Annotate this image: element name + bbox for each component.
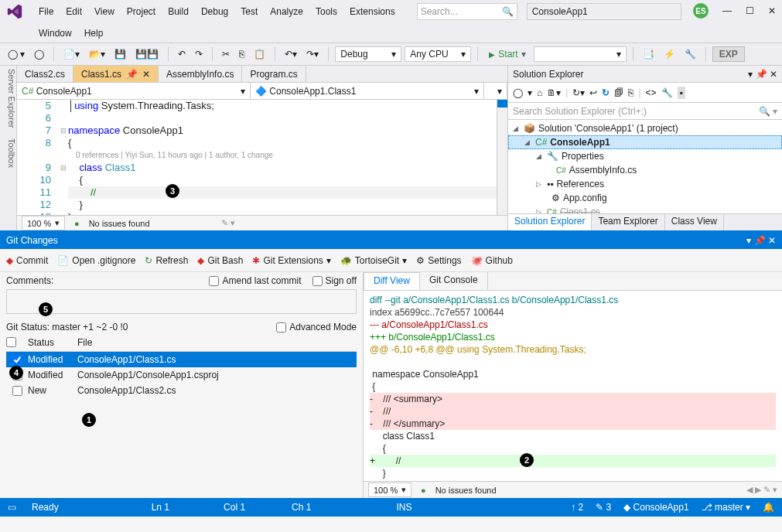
tab-team-explorer[interactable]: Team Explorer <box>592 214 664 230</box>
branch-indicator[interactable]: ⎇ master ▾ <box>702 502 750 513</box>
tool-icon-3[interactable]: 🔧 <box>681 47 699 61</box>
open-gitignore-button[interactable]: 📄Open .gitignore <box>57 255 135 266</box>
cut-button[interactable]: ✂ <box>219 47 233 61</box>
open-button[interactable]: 📂▾ <box>86 47 108 61</box>
home2-icon[interactable]: ⌂ <box>537 87 542 98</box>
menu-debug[interactable]: Debug <box>195 4 234 19</box>
editor-tab[interactable]: Class2.cs <box>17 66 73 82</box>
left-tool-tabs[interactable]: Server Explorer Toolbox <box>0 66 17 230</box>
nav-fwd-button[interactable]: ◯ <box>31 47 47 61</box>
git-pin-icon[interactable]: 📌 <box>754 235 766 246</box>
menu-project[interactable]: Project <box>121 4 162 19</box>
settings-button[interactable]: ⚙Settings <box>416 255 461 266</box>
git-bash-button[interactable]: ◆Git Bash <box>197 255 243 266</box>
amend-checkbox[interactable]: Amend last commit <box>209 275 301 286</box>
toolbox-tab[interactable]: Toolbox <box>0 138 16 168</box>
user-avatar[interactable]: ES <box>693 3 709 19</box>
menu-analyze[interactable]: Analyze <box>264 4 309 19</box>
signoff-checkbox[interactable]: Sign off <box>312 275 357 286</box>
menu-file[interactable]: File <box>32 4 60 19</box>
menu-edit[interactable]: Edit <box>60 4 88 19</box>
exp-button[interactable]: EXP <box>712 46 745 62</box>
tool-icon-1[interactable]: 📑 <box>640 47 657 61</box>
diff-viewer[interactable]: diff --git a/ConsoleApp1/Class1.cs b/Con… <box>364 291 782 481</box>
tab-solution-explorer[interactable]: Solution Explorer <box>508 214 592 230</box>
github-button[interactable]: 🐙Github <box>471 255 513 266</box>
editor-tab[interactable]: AssemblyInfo.cs <box>159 66 242 82</box>
refresh-icon[interactable]: ↻ <box>602 87 610 98</box>
maximize-icon[interactable]: ☐ <box>746 5 754 16</box>
undo2-button[interactable]: ↶▾ <box>282 47 300 61</box>
showall-icon[interactable]: 🗐 <box>614 87 623 98</box>
save-all-button[interactable]: 💾💾 <box>132 47 162 61</box>
undo-button[interactable]: ↶ <box>175 47 189 61</box>
copy-button[interactable]: ⎘ <box>236 47 248 61</box>
wrench-icon[interactable]: 🔧 <box>661 87 673 98</box>
advanced-mode-checkbox[interactable]: Advanced Mode <box>276 322 357 332</box>
paste-button[interactable]: 📋 <box>251 47 268 61</box>
back-icon[interactable]: ↩ <box>589 87 597 98</box>
close-icon[interactable]: ✕ <box>768 5 776 16</box>
platform-dropdown[interactable]: Any CPU▾ <box>405 46 471 62</box>
menu-build[interactable]: Build <box>162 4 195 19</box>
commit-message-input[interactable] <box>6 289 357 314</box>
redo-button[interactable]: ↷ <box>192 47 206 61</box>
tab-pin-icon[interactable]: 📌 <box>126 69 138 80</box>
notifications-icon[interactable]: 🔔 <box>763 502 774 513</box>
menu-tools[interactable]: Tools <box>309 4 343 19</box>
editor-tab[interactable]: Class1.cs 📌 ✕ <box>73 66 159 82</box>
menu-test[interactable]: Test <box>234 4 264 19</box>
git-extensions-button[interactable]: ✱Git Extensions▾ <box>252 255 330 266</box>
home-icon[interactable]: ◯ <box>513 87 523 98</box>
panel-dropdown-icon[interactable]: ▾ <box>748 69 753 80</box>
member-dropdown[interactable]: ▾ <box>484 83 507 99</box>
sync-icon[interactable]: ↻▾ <box>572 87 585 98</box>
changed-file-row[interactable]: NewConsoleApp1/Class2.cs <box>6 383 357 398</box>
changed-file-row[interactable]: ModifiedConsoleApp1/Class1.cs <box>6 352 357 367</box>
tortoisegit-button[interactable]: 🐢TortoiseGit▾ <box>340 255 407 266</box>
tab-class-view[interactable]: Class View <box>665 214 724 230</box>
zoom-dropdown[interactable]: 100 %▾ <box>22 216 65 230</box>
diff-zoom-dropdown[interactable]: 100 %▾ <box>368 483 411 497</box>
tab-close-icon[interactable]: ✕ <box>142 69 150 80</box>
git-dropdown-icon[interactable]: ▾ <box>746 235 751 246</box>
commit-button[interactable]: ◆Commit <box>6 255 48 266</box>
menu-view[interactable]: View <box>88 4 121 19</box>
start-button[interactable]: Start▾ <box>484 47 530 61</box>
tool-icon-2[interactable]: ⚡ <box>661 47 678 61</box>
pin-icon[interactable]: 📌 <box>756 69 767 80</box>
git-console-tab[interactable]: Git Console <box>420 272 488 290</box>
file-checkbox[interactable] <box>12 355 22 365</box>
server-explorer-tab[interactable]: Server Explorer <box>0 69 16 128</box>
sync-up-icon[interactable]: ↑ 2 <box>571 502 583 513</box>
config-dropdown[interactable]: Debug▾ <box>335 46 401 62</box>
refresh-button[interactable]: ↻Refresh <box>145 255 188 266</box>
redo2-button[interactable]: ↷▾ <box>303 47 322 61</box>
editor-tab[interactable]: Program.cs <box>242 66 306 82</box>
filter-icon[interactable]: ▪ <box>678 87 685 99</box>
menu-help[interactable]: Help <box>78 26 110 41</box>
code-icon[interactable]: <> <box>646 87 657 98</box>
new-project-button[interactable]: 📄▾ <box>60 47 83 61</box>
git-close-icon[interactable]: ✕ <box>768 235 776 246</box>
select-all-checkbox[interactable] <box>6 337 16 347</box>
project-dropdown[interactable]: C# ConsoleApp1▾ <box>17 83 251 99</box>
repo-indicator[interactable]: ◆ ConsoleApp1 <box>623 502 688 513</box>
quick-search-input[interactable]: Search... 🔍 <box>417 3 517 20</box>
menu-window[interactable]: Window <box>32 26 78 41</box>
editor-scrollbar[interactable] <box>497 100 507 215</box>
panel-close-icon[interactable]: ✕ <box>770 69 777 80</box>
copy-icon[interactable]: ⎘ <box>628 87 633 98</box>
nav-back-button[interactable]: ◯ ▾ <box>5 47 28 61</box>
code-editor[interactable]: 5678910111213 ⊟⊟ │using System.Threading… <box>17 100 507 215</box>
start-target-dropdown[interactable]: ▾ <box>534 46 627 62</box>
solution-search-input[interactable]: Search Solution Explorer (Ctrl+;)🔍 ▾ <box>508 103 782 120</box>
sync-down-icon[interactable]: ✎ 3 <box>596 502 611 513</box>
minimize-icon[interactable]: ― <box>722 5 732 16</box>
file-checkbox[interactable] <box>12 386 22 396</box>
collapse-icon[interactable]: 🗎▾ <box>547 87 561 98</box>
solution-tree[interactable]: ◢📦Solution 'ConsoleApp1' (1 project) ◢C#… <box>508 120 782 213</box>
save-button[interactable]: 💾 <box>111 47 129 61</box>
diff-view-tab[interactable]: Diff View <box>364 272 420 290</box>
menu-extensions[interactable]: Extensions <box>343 4 401 19</box>
